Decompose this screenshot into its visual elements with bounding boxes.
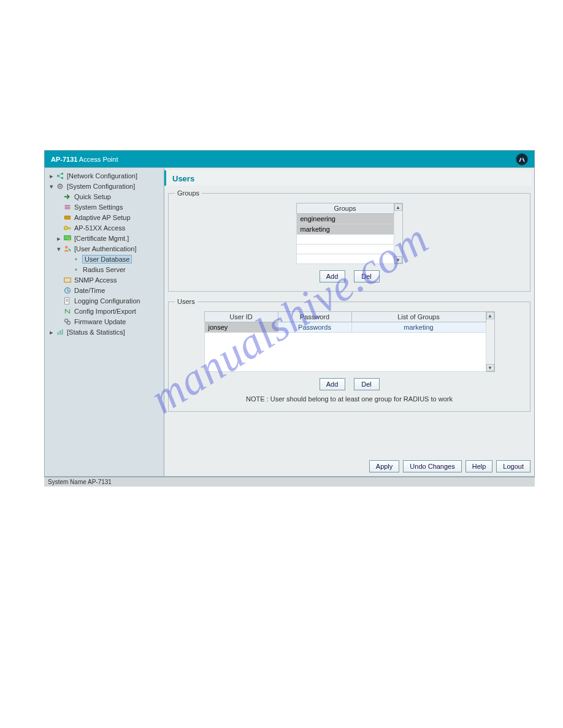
clock-icon xyxy=(63,286,72,295)
network-icon xyxy=(56,172,64,180)
groups-column-header: Groups xyxy=(296,203,394,214)
users-delete-button[interactable]: Del xyxy=(354,378,380,390)
users-col-password: Password xyxy=(278,312,351,322)
import-export-icon xyxy=(63,307,72,316)
scroll-down-icon[interactable]: ▼ xyxy=(394,256,402,264)
firmware-icon xyxy=(63,317,72,326)
tree-label: SNMP Access xyxy=(74,276,118,284)
groups-row-empty[interactable] xyxy=(296,235,394,245)
nav-config-import-export[interactable]: Config Import/Export xyxy=(47,306,163,316)
undo-changes-button[interactable]: Undo Changes xyxy=(403,460,461,472)
nav-date-time[interactable]: Date/Time xyxy=(47,286,163,295)
users-grid[interactable]: User ID Password List of Groups jonsey P… xyxy=(204,311,486,372)
svg-point-1 xyxy=(61,173,64,175)
nav-ap51xx-access[interactable]: AP-51XX Access xyxy=(47,223,163,233)
tree-label: System Settings xyxy=(74,203,123,211)
nav-system-settings[interactable]: System Settings xyxy=(47,202,163,212)
svg-rect-14 xyxy=(65,298,69,305)
groups-button-row: Add Del xyxy=(320,270,380,282)
users-cell-groups-link[interactable]: marketing xyxy=(351,322,486,333)
groups-fieldset: Groups Groups engineering marketing xyxy=(168,189,530,292)
sidebar: ▸ [Network Configuration] ▾ [System Conf… xyxy=(45,168,164,476)
product-name: Access Point xyxy=(77,156,118,163)
page-title: Users xyxy=(164,170,532,186)
content-pane: Users Groups Groups engineering marketin… xyxy=(164,168,534,476)
expand-icon[interactable]: ▸ xyxy=(48,172,54,180)
users-cell-password-link[interactable]: Passwords xyxy=(278,322,351,333)
gear-icon xyxy=(56,182,64,191)
svg-point-6 xyxy=(64,226,67,229)
tree-label: Firmware Update xyxy=(74,318,126,325)
svg-rect-17 xyxy=(58,332,59,335)
scroll-up-icon[interactable]: ▲ xyxy=(486,312,494,319)
stats-icon xyxy=(56,328,64,336)
groups-row-empty[interactable] xyxy=(296,245,394,254)
nav-quick-setup[interactable]: Quick Setup xyxy=(47,192,163,202)
nav-system-configuration[interactable]: ▾ [System Configuration] xyxy=(47,181,163,191)
nav-user-authentication[interactable]: ▾ [User Authentication] xyxy=(47,244,163,254)
svg-point-9 xyxy=(65,246,67,248)
dot-icon xyxy=(72,255,80,264)
users-fieldset: Users User ID Password List of Groups xyxy=(168,298,530,412)
tree-label: Logging Configuration xyxy=(74,297,141,305)
svg-point-11 xyxy=(75,268,77,271)
settings-icon xyxy=(63,203,72,211)
dot-icon xyxy=(72,265,80,274)
users-scrollbar[interactable]: ▲ ▼ xyxy=(486,311,495,372)
expand-icon[interactable]: ▸ xyxy=(56,235,61,243)
nav-firmware-update[interactable]: Firmware Update xyxy=(47,317,163,327)
svg-rect-18 xyxy=(59,330,61,335)
nav-radius-server[interactable]: Radius Server xyxy=(47,265,163,275)
expand-icon[interactable]: ▸ xyxy=(48,328,54,336)
tree-label: Date/Time xyxy=(74,287,105,294)
nav-status-statistics[interactable]: ▸ [Status & Statistics] xyxy=(47,327,163,337)
users-cell-userid[interactable]: jonsey xyxy=(204,322,278,333)
svg-point-10 xyxy=(75,258,77,260)
key-icon xyxy=(63,224,72,232)
users-empty-area[interactable] xyxy=(204,333,486,372)
tree-label: Config Import/Export xyxy=(74,308,137,315)
nav-logging-configuration[interactable]: Logging Configuration xyxy=(47,296,163,306)
svg-point-16 xyxy=(67,321,70,324)
groups-scrollbar[interactable]: ▲ ▼ xyxy=(394,203,403,264)
tree-label: Quick Setup xyxy=(74,193,112,200)
snmp-icon xyxy=(63,276,72,284)
svg-rect-12 xyxy=(64,278,71,282)
groups-row[interactable]: engineering xyxy=(296,214,394,224)
scroll-up-icon[interactable]: ▲ xyxy=(394,203,402,211)
apply-button[interactable]: Apply xyxy=(369,460,400,472)
arrow-icon xyxy=(63,192,72,201)
svg-rect-7 xyxy=(64,236,71,240)
nav-snmp-access[interactable]: SNMP Access xyxy=(47,275,163,285)
nav-user-database[interactable]: User Database xyxy=(47,254,163,264)
tree-label: [Network Configuration] xyxy=(66,172,138,180)
product-prefix: AP-7131 xyxy=(51,156,77,163)
logout-button[interactable]: Logout xyxy=(496,460,530,472)
product-title: AP-7131 Access Point xyxy=(51,151,118,168)
nav-tree: ▸ [Network Configuration] ▾ [System Conf… xyxy=(46,171,163,337)
groups-row-empty[interactable] xyxy=(296,254,394,264)
nav-certificate-mgmt[interactable]: ▸ [Certificate Mgmt.] xyxy=(47,233,163,243)
groups-container: Groups engineering marketing ▲ ▼ xyxy=(175,203,524,282)
tree-label: [System Configuration] xyxy=(66,183,136,190)
groups-legend: Groups xyxy=(175,189,202,197)
help-button[interactable]: Help xyxy=(465,460,493,472)
groups-delete-button[interactable]: Del xyxy=(354,270,380,282)
app-window: AP-7131 Access Point ▸ [Network Configur… xyxy=(44,150,535,487)
nav-network-configuration[interactable]: ▸ [Network Configuration] xyxy=(47,171,163,181)
groups-add-button[interactable]: Add xyxy=(320,270,345,282)
collapse-icon[interactable]: ▾ xyxy=(56,245,61,253)
users-legend: Users xyxy=(175,298,197,305)
groups-listbox[interactable]: Groups engineering marketing xyxy=(296,203,394,264)
tree-label: [User Authentication] xyxy=(74,245,137,252)
nav-adaptive-ap[interactable]: Adaptive AP Setup xyxy=(47,213,163,222)
groups-row[interactable]: marketing xyxy=(296,224,394,235)
title-bar: AP-7131 Access Point xyxy=(44,150,535,167)
collapse-icon[interactable]: ▾ xyxy=(48,183,54,191)
scroll-down-icon[interactable]: ▼ xyxy=(486,364,494,371)
svg-rect-19 xyxy=(62,330,63,335)
brand-logo-icon xyxy=(516,153,528,165)
panel-area: Groups Groups engineering marketing xyxy=(164,186,534,457)
users-button-row: Add Del xyxy=(175,378,524,390)
users-add-button[interactable]: Add xyxy=(320,378,345,390)
